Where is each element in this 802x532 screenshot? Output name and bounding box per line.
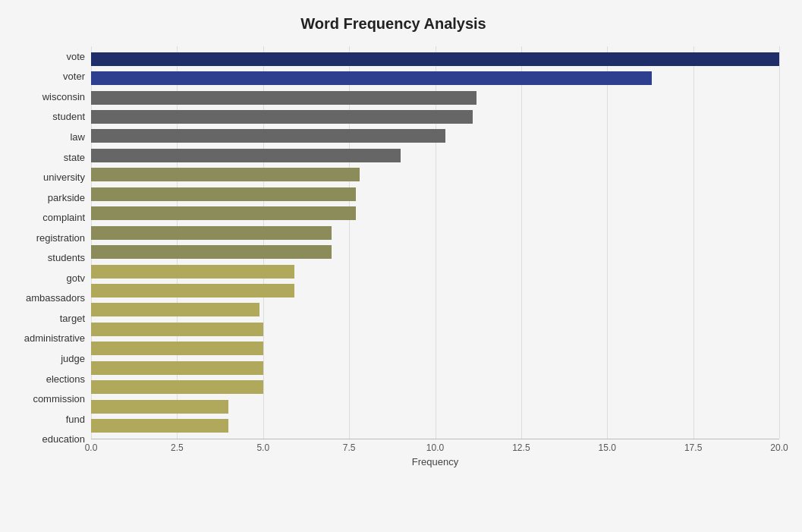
bar <box>91 206 356 220</box>
bar <box>91 361 263 375</box>
x-tick-label: 15.0 <box>599 442 616 453</box>
y-label: parkside <box>48 188 85 206</box>
bar <box>91 226 332 240</box>
y-axis: votevoterwisconsinstudentlawstateunivers… <box>8 46 91 472</box>
bar <box>91 303 259 316</box>
bar-row <box>91 263 779 280</box>
bar <box>91 52 779 66</box>
y-label: administrative <box>24 329 85 348</box>
bar-row <box>91 360 779 376</box>
bar <box>91 400 228 414</box>
bar <box>91 91 476 105</box>
y-label: wisconsin <box>42 87 85 105</box>
x-tick-label: 7.5 <box>343 442 356 453</box>
bar-row <box>91 70 779 87</box>
bar <box>91 284 294 297</box>
bar-row <box>91 225 779 241</box>
bar <box>91 245 332 259</box>
bar-row <box>91 398 779 415</box>
bar <box>91 187 356 201</box>
y-label: complaint <box>42 209 85 227</box>
bar-row <box>91 340 779 357</box>
chart-container: Word Frequency Analysis votevoterwiscons… <box>0 0 802 532</box>
x-tick-label: 12.5 <box>512 442 530 453</box>
bar-row <box>91 109 779 125</box>
bar-row <box>91 127 779 144</box>
bar-row <box>91 147 779 164</box>
x-tick-label: 2.5 <box>171 442 184 453</box>
y-label: registration <box>36 228 85 247</box>
bar <box>91 110 473 124</box>
y-label: state <box>64 148 85 166</box>
x-tick-label: 5.0 <box>256 442 269 453</box>
bar-row <box>91 379 779 395</box>
y-label: judge <box>61 349 85 367</box>
chart-area: votevoterwisconsinstudentlawstateunivers… <box>8 46 779 472</box>
y-label: university <box>43 168 85 187</box>
bars-wrapper <box>91 46 779 439</box>
x-axis: 0.02.55.07.510.012.515.017.520.0 Frequen… <box>91 439 779 472</box>
bar-row <box>91 166 779 183</box>
y-label: elections <box>46 370 85 388</box>
y-label: fund <box>66 410 85 428</box>
y-label: ambassadors <box>26 289 85 307</box>
bar <box>91 380 263 394</box>
grid-line <box>779 46 780 439</box>
bar <box>91 71 652 85</box>
bars-column <box>91 46 779 439</box>
y-label: gotv <box>66 269 85 287</box>
y-label: students <box>48 249 85 267</box>
bars-and-x: 0.02.55.07.510.012.515.017.520.0 Frequen… <box>91 46 779 472</box>
x-tick-label: 10.0 <box>426 442 444 453</box>
bar-row <box>91 417 779 434</box>
y-label: student <box>52 108 85 126</box>
y-label: law <box>70 127 85 146</box>
y-label: commission <box>33 390 85 408</box>
x-tick-label: 0.0 <box>85 442 98 453</box>
bar-row <box>91 244 779 260</box>
bar-row <box>91 205 779 222</box>
y-label: target <box>60 309 85 327</box>
x-axis-label: Frequency <box>91 456 779 467</box>
bar <box>91 168 360 181</box>
bar <box>91 265 294 279</box>
bar-row <box>91 301 779 318</box>
bar-row <box>91 186 779 203</box>
y-label: education <box>42 430 85 449</box>
y-label: voter <box>63 68 85 86</box>
x-tick-label: 20.0 <box>770 442 788 453</box>
bar <box>91 342 263 355</box>
bar-row <box>91 90 779 106</box>
bar <box>91 323 263 336</box>
bar <box>91 129 445 143</box>
chart-title: Word Frequency Analysis <box>8 15 779 33</box>
y-label: vote <box>66 47 85 65</box>
bar <box>91 149 401 162</box>
bar-row <box>91 282 779 299</box>
bar <box>91 419 228 433</box>
x-tick-label: 17.5 <box>684 442 702 453</box>
bar-row <box>91 51 779 68</box>
bar-row <box>91 321 779 338</box>
